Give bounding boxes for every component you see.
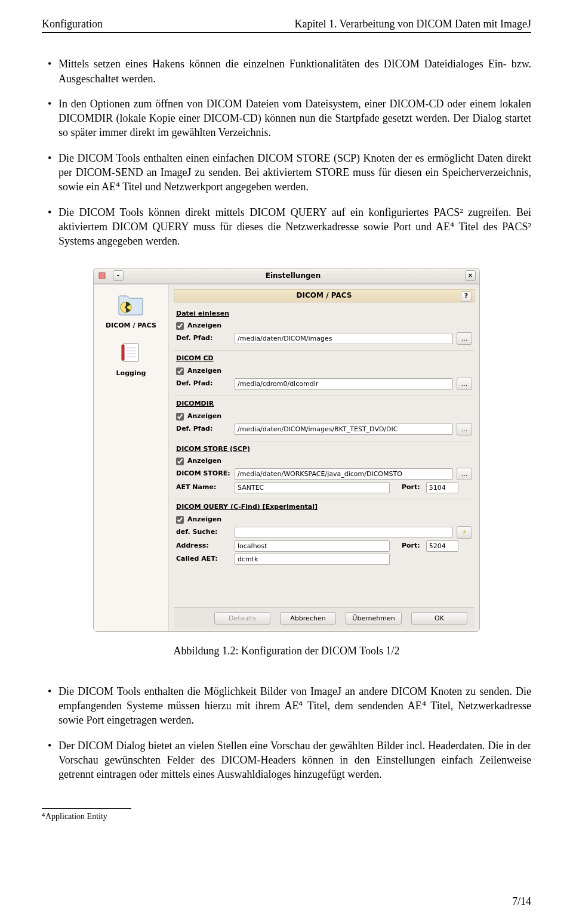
- path-input[interactable]: [235, 424, 453, 435]
- show-checkbox[interactable]: [176, 516, 184, 524]
- browse-button[interactable]: ...: [457, 468, 472, 480]
- port-label: Port:: [402, 483, 420, 492]
- path-input[interactable]: [235, 333, 453, 344]
- checkbox-label: Anzeigen: [187, 412, 221, 421]
- path-input[interactable]: [235, 378, 453, 390]
- svg-rect-0: [99, 273, 105, 279]
- window-title: Einstellungen: [124, 271, 463, 280]
- group-title: DICOM STORE (SCP): [176, 445, 472, 454]
- bullet-list-bottom: Die DICOM Tools enthalten die Möglichkei…: [42, 684, 531, 782]
- folder-radiation-icon: [116, 291, 145, 319]
- list-item: Die DICOM Tools enthalten einen einfache…: [58, 151, 531, 194]
- store-path-input[interactable]: [235, 468, 453, 480]
- port-label: Port:: [402, 542, 420, 551]
- bullet-list-top: Mittels setzen eines Hakens können die e…: [42, 57, 531, 248]
- query-port-input[interactable]: [426, 540, 458, 552]
- group-dicom-query: DICOM QUERY (C-Find) [Experimental] Anze…: [174, 499, 475, 570]
- group-title: DICOMDIR: [176, 400, 472, 409]
- preferences-window: – Einstellungen ×: [93, 268, 480, 632]
- browse-button[interactable]: ...: [457, 332, 472, 345]
- checkbox-label: Anzeigen: [187, 457, 221, 466]
- preferences-main-panel: DICOM / PACS ? Datei einlesen Anzeigen D…: [169, 285, 479, 631]
- dialog-button-bar: Defaults Abbrechen Übernehmen OK: [174, 607, 475, 629]
- figure-caption: Abbildung 1.2: Konfiguration der DICOM T…: [42, 644, 531, 658]
- svg-rect-3: [123, 344, 138, 361]
- group-dicomdir: DICOMDIR Anzeigen Def. Pfad: ...: [174, 396, 475, 441]
- address-input[interactable]: [235, 540, 390, 552]
- group-dicom-cd: DICOM CD Anzeigen Def. Pfad: ...: [174, 351, 475, 396]
- port-input[interactable]: [426, 482, 458, 493]
- called-aet-label: Called AET:: [176, 555, 231, 564]
- window-icon: [97, 271, 107, 280]
- group-title: DICOM CD: [176, 354, 472, 363]
- sidebar-item-dicom-pacs[interactable]: DICOM / PACS: [106, 291, 156, 330]
- checkbox-label: Anzeigen: [187, 367, 221, 376]
- panel-header: DICOM / PACS ?: [174, 289, 475, 302]
- ok-button[interactable]: OK: [411, 612, 467, 625]
- list-item: Der DICOM Dialog bietet an vielen Stelle…: [58, 738, 531, 782]
- minimize-button[interactable]: –: [113, 270, 124, 281]
- group-dicom-store: DICOM STORE (SCP) Anzeigen DICOM STORE: …: [174, 441, 475, 500]
- search-label: def. Suche:: [176, 528, 231, 537]
- footnote: ⁴Application Entity: [42, 808, 131, 823]
- group-title: DICOM QUERY (C-Find) [Experimental]: [176, 503, 472, 512]
- path-label: Def. Pfad:: [176, 334, 231, 343]
- aet-input[interactable]: [235, 482, 390, 493]
- svg-rect-4: [122, 345, 124, 360]
- lightning-button[interactable]: ⚡: [457, 526, 472, 539]
- preferences-sidebar: DICOM / PACS Logging: [94, 285, 169, 631]
- checkbox-label: Anzeigen: [187, 322, 221, 330]
- list-item: Die DICOM Tools können direkt mittels DI…: [58, 205, 531, 249]
- window-titlebar: – Einstellungen ×: [94, 268, 479, 284]
- path-label: Def. Pfad:: [176, 379, 231, 388]
- show-checkbox[interactable]: [176, 367, 184, 375]
- called-aet-input[interactable]: [235, 554, 390, 565]
- browse-button[interactable]: ...: [457, 378, 472, 390]
- path-label: Def. Pfad:: [176, 425, 231, 434]
- defaults-button[interactable]: Defaults: [214, 612, 270, 625]
- page-header: Konfiguration Kapitel 1. Verarbeitung vo…: [42, 17, 531, 33]
- show-checkbox[interactable]: [176, 322, 184, 330]
- group-title: Datei einlesen: [176, 310, 472, 319]
- list-item: Die DICOM Tools enthalten die Möglichkei…: [58, 684, 531, 728]
- cancel-button[interactable]: Abbrechen: [280, 612, 336, 625]
- help-button[interactable]: ?: [461, 291, 472, 302]
- default-search-input[interactable]: [235, 527, 453, 538]
- checkbox-label: Anzeigen: [187, 515, 221, 524]
- store-label: DICOM STORE:: [176, 469, 231, 478]
- sidebar-item-logging[interactable]: Logging: [116, 338, 146, 378]
- aet-label: AET Name:: [176, 483, 231, 492]
- list-item: In den Optionen zum öffnen von DICOM Dat…: [58, 97, 531, 140]
- show-checkbox[interactable]: [176, 413, 184, 421]
- page-number: 7/14: [512, 894, 531, 908]
- address-label: Address:: [176, 542, 231, 551]
- panel-header-label: DICOM / PACS: [297, 291, 352, 300]
- close-button[interactable]: ×: [465, 270, 476, 281]
- notebook-icon: [116, 338, 145, 367]
- sidebar-item-label: Logging: [116, 369, 146, 378]
- config-figure: – Einstellungen ×: [42, 268, 531, 658]
- sidebar-item-label: DICOM / PACS: [106, 322, 156, 330]
- show-checkbox[interactable]: [176, 458, 184, 465]
- header-left: Konfiguration: [42, 17, 103, 31]
- browse-button[interactable]: ...: [457, 423, 472, 435]
- header-right: Kapitel 1. Verarbeitung von DICOM Daten …: [294, 17, 531, 31]
- list-item: Mittels setzen eines Hakens können die e…: [58, 57, 531, 86]
- group-datei-einlesen: Datei einlesen Anzeigen Def. Pfad: ...: [174, 306, 475, 351]
- apply-button[interactable]: Übernehmen: [346, 612, 402, 625]
